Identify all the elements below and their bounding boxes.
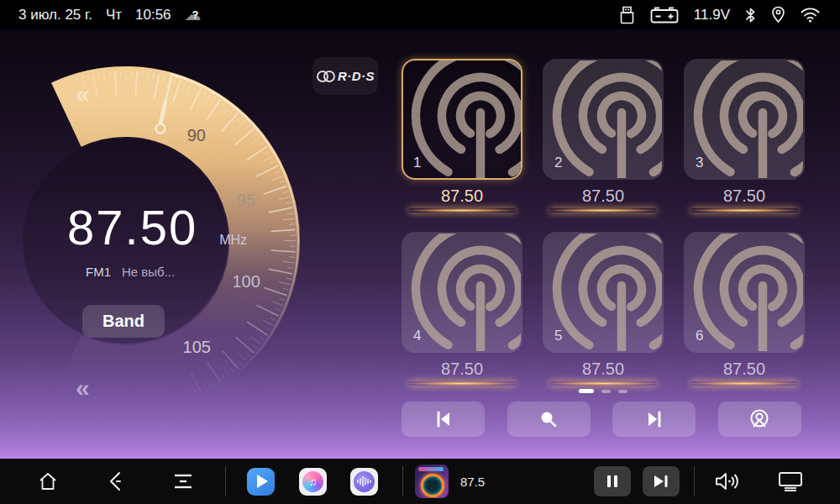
dial-chevron-bottom-icon[interactable]: « [76,374,90,402]
band-button[interactable]: Band [82,305,165,338]
voltage-label: 11.9V [694,7,730,24]
pause-icon [606,475,618,488]
voice-assistant-button[interactable] [350,468,378,496]
selected-glow [690,208,798,213]
volume-icon [714,470,739,492]
preset-number: 5 [554,328,562,344]
battery-icon [650,6,679,24]
preset-cell: 1 87.50 [402,59,522,208]
home-button[interactable] [37,470,59,492]
preset-tile[interactable]: 2 [543,59,664,180]
wifi-icon [801,8,820,23]
preset-number: 1 [413,155,421,171]
presets-grid: 1 87.50 2 87.50 [402,59,805,405]
preset-cell: 5 87.50 [543,232,664,381]
pause-button[interactable] [594,466,631,496]
page-dot[interactable] [601,390,611,393]
menu-icon [173,472,193,491]
nav-divider [694,466,695,496]
nav-divider [402,466,403,496]
frequency-value: 87.50 [67,200,197,255]
display-off-button[interactable] [778,470,803,492]
page-indicator [402,389,805,393]
back-icon [107,470,125,492]
preset-tile[interactable]: 6 [684,232,805,353]
play-icon [257,475,268,488]
location-icon [771,6,785,24]
preset-frequency: 87.50 [684,360,805,381]
selected-glow [408,208,516,213]
preset-cell: 4 87.50 [402,232,522,381]
rds-circles-icon [316,69,336,84]
head-unit-screen: 3 июл. 25 г. Чт 10:56 ☁ ? [0,0,840,504]
band-label: FM1 [86,265,111,279]
preset-cell: 3 87.50 [684,59,805,208]
preset-cell: 2 87.50 [543,59,664,208]
broadcast-scan-icon [748,408,770,430]
next-track-button[interactable] [643,466,680,496]
seek-down-button[interactable] [402,402,485,437]
preset-frequency: 87.50 [543,186,664,208]
weather-widget[interactable]: ☁ ? [185,6,207,24]
preset-tile[interactable]: 1 [402,59,522,180]
selected-glow [549,381,657,386]
status-date: 3 июл. 25 г. [18,7,92,24]
waveform-icon [356,475,372,488]
status-weekday: Чт [106,7,122,24]
preset-number: 2 [554,155,562,171]
preset-cell: 6 87.50 [684,232,805,381]
volume-button[interactable] [714,470,739,492]
page-dot[interactable] [579,389,594,393]
preset-number: 4 [413,328,421,344]
station-name: Не выб... [122,265,175,279]
dial-chevron-top-icon[interactable]: « [76,80,90,108]
rds-label: R·D·S [338,69,375,83]
music-app-button[interactable]: ♫ [299,468,327,496]
selected-glow [690,381,798,386]
preset-frequency: 87.50 [402,186,522,208]
display-icon [778,470,803,492]
preset-number: 3 [696,155,703,171]
frequency-unit: MHz [219,233,247,247]
seek-up-button[interactable] [612,402,696,437]
preset-frequency: 87.50 [684,186,805,208]
nav-bar: ♫ 87.5 [0,459,840,504]
preset-scan-button[interactable] [718,402,801,437]
status-bar: 3 июл. 25 г. Чт 10:56 ☁ ? [0,0,840,29]
preset-actions [402,402,801,437]
selected-glow [549,208,657,213]
menu-button[interactable] [173,472,193,491]
preset-tile[interactable]: 3 [684,59,805,180]
skip-back-icon [433,410,454,428]
page-dot[interactable] [618,390,627,393]
frequency-readout: 87.50MHz [67,199,247,255]
preset-frequency: 87.50 [402,360,522,381]
dial-label: 90 [187,126,206,144]
rds-badge: R·D·S [312,57,378,95]
now-playing-art[interactable] [415,465,449,498]
player-app-button[interactable] [247,468,275,496]
next-icon [654,475,669,488]
band-info: FM1Не выб... [86,265,175,279]
dial-label: 100 [232,272,260,291]
home-icon [37,470,59,492]
search-icon [538,409,559,429]
music-note-icon: ♫ [302,471,323,492]
back-button[interactable] [107,470,125,492]
skip-forward-icon [644,410,664,428]
dial-label: 105 [183,338,211,356]
preset-number: 6 [696,328,703,344]
weather-unknown-label: ? [192,8,199,21]
scan-button[interactable] [507,402,591,437]
nav-divider [225,466,226,496]
usb-icon [619,6,635,24]
radio-app: 9095100105 « « 87.50MHz FM1Не выб... Ban… [0,29,840,459]
bluetooth-icon [745,7,756,24]
preset-frequency: 87.50 [543,360,664,381]
preset-tile[interactable]: 5 [543,232,664,353]
preset-tile[interactable]: 4 [402,232,522,353]
status-time: 10:56 [135,7,171,24]
selected-glow [408,381,516,386]
now-playing-frequency: 87.5 [460,475,485,489]
